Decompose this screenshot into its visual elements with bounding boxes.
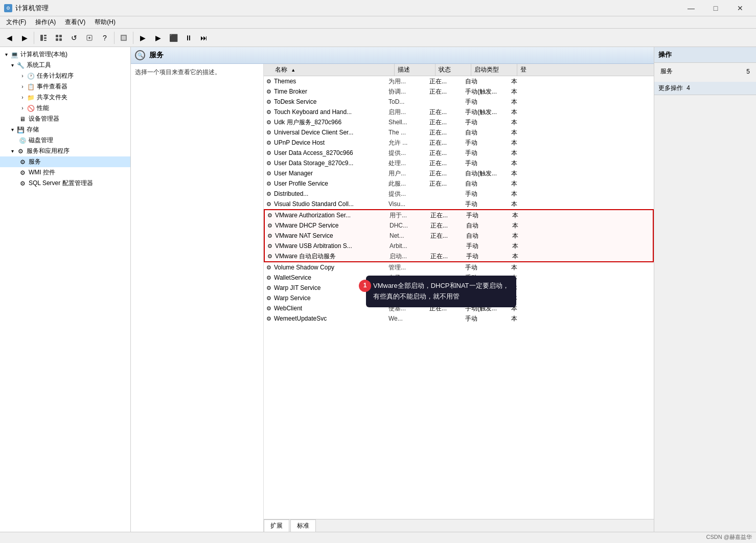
table-row[interactable]: ⚙ User Data Access_8270c966 提供... 正在... … xyxy=(264,148,654,158)
row-status-4: 正在... xyxy=(427,118,463,127)
properties-button[interactable] xyxy=(117,31,131,45)
sidebar-item-storage[interactable]: ▾ 💾 存储 xyxy=(0,124,130,135)
row-name-7: User Data Access_8270c966 xyxy=(274,149,386,156)
forward-button[interactable]: ▶ xyxy=(17,31,32,45)
table-scroll-area[interactable]: ⚙ Themes 为用... 正在... 自动 本 ⚙ Time Broker … xyxy=(264,76,654,519)
refresh-button[interactable]: ↺ xyxy=(67,31,81,45)
sidebar-item-performance[interactable]: › 🚫 性能 xyxy=(0,103,130,114)
menu-view[interactable]: 查看(V) xyxy=(61,17,89,28)
sidebar-item-services[interactable]: ⚙ 服务 xyxy=(0,156,130,167)
play-button[interactable]: ▶ xyxy=(135,31,150,45)
row-startup-13: 手动 xyxy=(464,211,510,220)
row-desc-7: 提供... xyxy=(386,149,427,157)
table-row-vmware[interactable]: ⚙ VMware USB Arbitration S... Arbit... 手… xyxy=(265,241,653,251)
export-button[interactable] xyxy=(82,31,97,45)
row-name-13: VMware Authorization Ser... xyxy=(275,212,387,219)
col-header-status[interactable]: 状态 xyxy=(436,64,471,76)
expand-icon-svc[interactable]: ▾ xyxy=(8,147,16,155)
col-header-startup[interactable]: 启动类型 xyxy=(471,64,517,76)
sidebar-root[interactable]: ▾ 💻 计算机管理(本地) xyxy=(0,49,130,60)
table-row[interactable]: ⚙ User Manager 用户... 正在... 自动(触发... 本 xyxy=(264,168,654,178)
sidebar-item-event-viewer[interactable]: › 📋 事件查看器 xyxy=(0,81,130,92)
table-row[interactable]: ⚙ Touch Keyboard and Hand... 启用... 正在...… xyxy=(264,107,654,117)
toolbar: ◀ ▶ ↺ ? ▶ ▶ ⬛ ⏸ ⏭ xyxy=(0,29,756,47)
col-header-logon[interactable]: 登 xyxy=(517,64,533,76)
expand-icon-perf[interactable]: › xyxy=(18,104,27,112)
table-row[interactable]: ⚙ Volume Shadow Copy 管理... 手动 本 xyxy=(264,262,654,273)
expand-icon-shared[interactable]: › xyxy=(18,94,27,102)
table-row[interactable]: ⚙ Udk 用户服务_8270c966 Shell... 正在... 手动 本 xyxy=(264,117,654,127)
pause-button[interactable]: ⏸ xyxy=(181,31,196,45)
right-panel: 操作 服务 5 更多操作 4 xyxy=(654,47,756,532)
row-logon-4: 本 xyxy=(509,118,524,127)
table-row-vmware[interactable]: ⚙ VMware DHCP Service DHC... 正在... 自动 本 xyxy=(265,220,653,231)
table-row-vmware[interactable]: ⚙ VMware Authorization Ser... 用于... 正在..… xyxy=(265,210,653,220)
table-row[interactable]: ⚙ User Profile Service 此服... 正在... 自动 本 xyxy=(264,178,654,189)
sidebar-task-label: 任务计划程序 xyxy=(37,72,74,80)
show-hide-tree[interactable] xyxy=(36,31,51,45)
title-bar: ⚙ 计算机管理 — □ ✕ xyxy=(0,0,756,16)
svg-rect-4 xyxy=(56,35,58,37)
sidebar-system-label: 系统工具 xyxy=(27,61,51,70)
sync-button[interactable] xyxy=(52,31,66,45)
svc-icon: ⚙ xyxy=(16,147,25,155)
expand-icon-event[interactable]: › xyxy=(18,83,27,91)
services-header: 🔍 服务 xyxy=(131,47,654,64)
col-header-name[interactable]: 名称 ▲ xyxy=(272,64,395,76)
sidebar-item-disk-management[interactable]: 💿 磁盘管理 xyxy=(0,135,130,146)
maximize-button[interactable]: □ xyxy=(704,0,727,16)
toolbar-separator-2 xyxy=(114,32,114,44)
menu-action[interactable]: 操作(A) xyxy=(31,17,60,28)
sidebar-item-services-apps[interactable]: ▾ ⚙ 服务和应用程序 xyxy=(0,146,130,156)
help-button[interactable]: ? xyxy=(98,31,112,45)
sort-arrow: ▲ xyxy=(291,67,295,73)
table-row[interactable]: ⚙ Visual Studio Standard Coll... Visu...… xyxy=(264,199,654,209)
row-name-4: Udk 用户服务_8270c966 xyxy=(274,118,386,127)
table-row[interactable]: ⚙ User Data Storage_8270c9... 处理... 正在..… xyxy=(264,158,654,168)
service-gear-icon: ⚙ xyxy=(265,159,273,167)
table-row[interactable]: ⚙ Universal Device Client Ser... The ...… xyxy=(264,127,654,138)
sidebar-item-system-tools[interactable]: ▾ 🔧 系统工具 xyxy=(0,60,130,71)
table-row[interactable]: ⚙ ToDesk Service ToD... 手动 本 xyxy=(264,97,654,107)
row-status-13: 正在... xyxy=(428,211,464,220)
table-row[interactable]: ⚙ UPnP Device Host 允许 ... 正在... 手动 本 xyxy=(264,138,654,148)
service-icon: ⚙ xyxy=(18,158,27,166)
table-row[interactable]: ⚙ Themes 为用... 正在... 自动 本 xyxy=(264,76,654,86)
expand-icon-root[interactable]: ▾ xyxy=(2,51,10,59)
expand-icon-storage[interactable]: ▾ xyxy=(8,126,16,134)
row-startup-23: 手动 xyxy=(463,314,509,323)
table-row[interactable]: ⚙ WemeetUpdateSvc We... 手动 本 xyxy=(264,313,654,324)
sidebar-item-wmi[interactable]: ⚙ WMI 控件 xyxy=(0,167,130,178)
play2-button[interactable]: ▶ xyxy=(151,31,165,45)
expand-icon-system[interactable]: ▾ xyxy=(8,61,16,70)
minimize-button[interactable]: — xyxy=(679,0,703,16)
back-button[interactable]: ◀ xyxy=(2,31,16,45)
table-row-vmware[interactable]: ⚙ VMware 自动启动服务 启动... 正在... 手动 本 xyxy=(265,251,653,261)
skip-button[interactable]: ⏭ xyxy=(197,31,211,45)
row-desc-16: Arbit... xyxy=(387,242,428,250)
tab-expand[interactable]: 扩展 xyxy=(264,519,289,532)
stop-button[interactable]: ⬛ xyxy=(166,31,180,45)
service-gear-icon: ⚙ xyxy=(265,314,273,323)
row-startup-16: 手动 xyxy=(464,242,510,251)
expand-icon-task[interactable]: › xyxy=(18,72,27,80)
col-header-desc[interactable]: 描述 xyxy=(395,64,436,76)
menu-file[interactable]: 文件(F) xyxy=(2,17,30,28)
menu-help[interactable]: 帮助(H) xyxy=(90,17,120,28)
row-startup-17: 手动 xyxy=(464,252,510,261)
row-desc-4: Shell... xyxy=(386,119,427,126)
sidebar-wmi-label: WMI 控件 xyxy=(29,168,55,177)
service-gear-icon: ⚙ xyxy=(266,211,274,219)
row-startup-3: 手动(触发... xyxy=(463,108,509,117)
sidebar-item-task-scheduler[interactable]: › 🕐 任务计划程序 xyxy=(0,71,130,81)
tab-standard[interactable]: 标准 xyxy=(290,519,316,532)
close-button[interactable]: ✕ xyxy=(728,0,752,16)
sidebar-item-device-manager[interactable]: 🖥 设备管理器 xyxy=(0,114,130,124)
table-row-vmware[interactable]: ⚙ VMware NAT Service Net... 正在... 自动 本 xyxy=(265,231,653,241)
table-row[interactable]: ⚙ Time Broker 协调... 正在... 手动(触发... 本 xyxy=(264,86,654,97)
row-status-8: 正在... xyxy=(427,159,463,168)
table-row[interactable]: ⚙ Distributed... 提供... 手动 本 xyxy=(264,189,654,199)
right-panel-services[interactable]: 服务 5 xyxy=(654,65,756,78)
sidebar-item-sql[interactable]: ⚙ SQL Server 配置管理器 xyxy=(0,178,130,189)
sidebar-item-shared-folders[interactable]: › 📁 共享文件夹 xyxy=(0,92,130,103)
